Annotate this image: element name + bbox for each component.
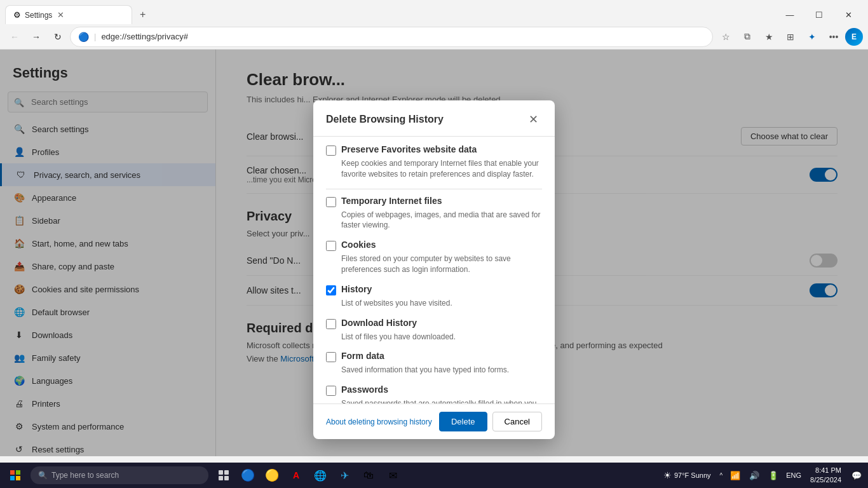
desc-passwords: Saved passwords that are automatically f… [341, 398, 542, 403]
desc-download-history: List of files you have downloaded. [341, 332, 542, 342]
modal-item-header-history: History [326, 284, 542, 295]
address-url: edge://settings/privacy# [101, 32, 188, 41]
weather-icon: ☀ [663, 470, 672, 480]
modal-item-temp-internet: Temporary Internet files Copies of webpa… [326, 196, 542, 231]
window-controls: — ☐ ✕ [775, 5, 863, 24]
forward-button[interactable]: → [27, 27, 46, 46]
label-temp-internet: Temporary Internet files [341, 196, 442, 206]
taskbar-autocad-icon[interactable]: A [285, 464, 308, 487]
modal-item-header-temp: Temporary Internet files [326, 196, 542, 207]
label-cookies: Cookies [341, 240, 376, 250]
desc-form-data: Saved information that you have typed in… [341, 365, 542, 376]
weather-widget[interactable]: ☀ 97°F Sunny [658, 470, 716, 480]
notification-button[interactable]: 💬 [848, 464, 865, 487]
network-icon[interactable]: 📶 [726, 464, 744, 487]
modal-item-header-download: Download History [326, 318, 542, 329]
desc-preserve-favorites: Keep cookies and temporary Internet file… [341, 158, 542, 180]
delete-button[interactable]: Delete [439, 412, 487, 431]
tray-expand-button[interactable]: ^ [717, 472, 726, 479]
checkbox-download-history[interactable] [326, 319, 336, 329]
svg-rect-3 [16, 476, 20, 480]
taskbar-mail-icon[interactable]: ✉ [381, 464, 404, 487]
toolbar: ← → ↻ 🔵 | edge://settings/privacy# ☆ ⧉ ★… [0, 24, 868, 50]
label-form-data: Form data [341, 351, 384, 361]
modal-header: Delete Browsing History ✕ [313, 100, 555, 137]
back-button[interactable]: ← [5, 27, 24, 46]
modal-item-preserve-favorites: Preserve Favorites website data Keep coo… [326, 144, 542, 180]
modal-item-cookies: Cookies Files stored on your computer by… [326, 240, 542, 275]
taskbar-language-icon[interactable]: 🌐 [309, 464, 332, 487]
tab-close-icon[interactable]: ✕ [56, 10, 65, 20]
taskbar-task-view[interactable] [212, 464, 235, 487]
taskbar-edge-icon[interactable]: 🔵 [236, 464, 259, 487]
cancel-button[interactable]: Cancel [492, 412, 542, 431]
collections-button[interactable]: ⊞ [780, 27, 801, 47]
volume-icon[interactable]: 🔊 [745, 464, 763, 487]
time: 8:41 PM [815, 466, 841, 475]
taskbar-chrome-icon[interactable]: 🟡 [261, 464, 283, 487]
modal-item-passwords: Passwords Saved passwords that are autom… [326, 384, 542, 403]
checkbox-form-data[interactable] [326, 352, 336, 362]
modal-overlay: Delete Browsing History ✕ Preserve Favor… [0, 50, 868, 456]
minimize-button[interactable]: — [775, 5, 804, 24]
modal-divider-1 [326, 189, 542, 189]
modal-item-header-form: Form data [326, 351, 542, 362]
edge-profile-icon[interactable]: E [845, 28, 863, 46]
modal-item-header-cookies: Cookies [326, 240, 542, 251]
svg-rect-4 [219, 470, 223, 475]
taskbar-search-placeholder: Type here to search [51, 471, 119, 480]
checkbox-history[interactable] [326, 285, 336, 295]
taskbar-store-icon[interactable]: 🛍 [357, 464, 380, 487]
maximize-button[interactable]: ☐ [804, 5, 834, 24]
modal-title: Delete Browsing History [326, 114, 444, 125]
weather-text: 97°F Sunny [674, 471, 711, 479]
modal-body: Preserve Favorites website data Keep coo… [313, 137, 555, 403]
svg-rect-7 [224, 476, 229, 480]
start-button[interactable] [3, 464, 28, 487]
clock[interactable]: 8:41 PM 8/25/2024 [805, 464, 846, 487]
tab-favicon: ⚙ [13, 10, 21, 20]
battery-icon[interactable]: 🔋 [764, 464, 782, 487]
address-separator: | [94, 32, 96, 41]
address-bar[interactable]: 🔵 | edge://settings/privacy# [70, 27, 713, 47]
svg-rect-5 [224, 470, 229, 475]
edge-favicon-icon: 🔵 [78, 32, 89, 42]
tab-bar: ⚙ Settings ✕ + [5, 5, 773, 24]
modal-footer: About deleting browsing history Delete C… [313, 403, 555, 439]
refresh-button[interactable]: ↻ [48, 27, 67, 46]
taskbar-search[interactable]: 🔍 Type here to search [31, 466, 208, 484]
language-indicator: ENG [783, 471, 804, 479]
checkbox-cookies[interactable] [326, 241, 336, 251]
delete-browsing-history-modal: Delete Browsing History ✕ Preserve Favor… [313, 100, 555, 439]
checkbox-temp-internet[interactable] [326, 197, 336, 207]
svg-rect-2 [10, 476, 15, 480]
svg-rect-1 [16, 470, 20, 475]
modal-item-header-preserve: Preserve Favorites website data [326, 144, 542, 156]
taskbar-search-icon: 🔍 [38, 471, 48, 480]
date: 8/25/2024 [810, 475, 841, 485]
tab-title: Settings [25, 11, 52, 20]
copilot-button[interactable]: ✦ [802, 27, 822, 47]
taskbar: 🔍 Type here to search 🔵 🟡 A 🌐 ✈ 🛍 ✉ ☀ 97… [0, 463, 868, 488]
label-download-history: Download History [341, 318, 417, 328]
modal-item-history: History List of websites you have visite… [326, 284, 542, 309]
label-history: History [341, 284, 372, 294]
checkbox-passwords[interactable] [326, 386, 336, 396]
new-tab-button[interactable]: + [135, 6, 151, 23]
modal-item-header-passwords: Passwords [326, 384, 542, 396]
checkbox-preserve-favorites[interactable] [326, 146, 336, 156]
settings-tab[interactable]: ⚙ Settings ✕ [5, 5, 132, 24]
favorites-button[interactable]: ☆ [715, 27, 736, 47]
favorites-bar-button[interactable]: ★ [759, 27, 779, 47]
more-button[interactable]: ••• [824, 27, 844, 47]
svg-rect-0 [10, 470, 15, 475]
modal-close-button[interactable]: ✕ [524, 111, 542, 128]
taskbar-apps: 🔵 🟡 A 🌐 ✈ 🛍 ✉ [212, 464, 404, 487]
modal-item-download-history: Download History List of files you have … [326, 318, 542, 342]
about-deleting-history-link[interactable]: About deleting browsing history [326, 417, 432, 426]
taskbar-telegram-icon[interactable]: ✈ [333, 464, 356, 487]
modal-item-form-data: Form data Saved information that you hav… [326, 351, 542, 376]
split-screen-button[interactable]: ⧉ [737, 27, 757, 47]
svg-rect-6 [219, 476, 223, 480]
close-button[interactable]: ✕ [834, 5, 863, 24]
